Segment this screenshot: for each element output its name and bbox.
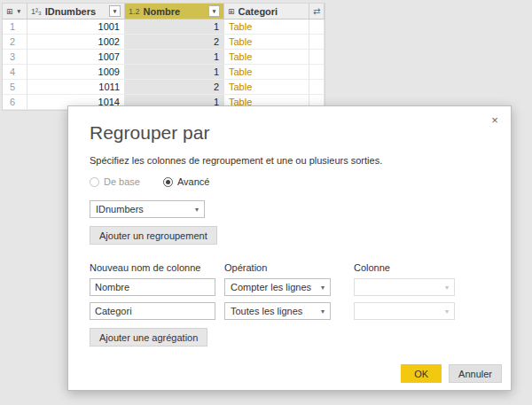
- table-link[interactable]: Table: [224, 35, 309, 50]
- column-header-categori[interactable]: ⊞ Categori: [224, 4, 309, 19]
- dialog-title: Regrouper par: [90, 122, 489, 144]
- column-dropdown-2: ▾: [354, 302, 455, 320]
- cell-idnumbers[interactable]: 1009: [27, 65, 125, 80]
- column-dropdown-1: ▾: [354, 278, 455, 296]
- column-name: IDnumbers: [45, 6, 96, 17]
- filter-dropdown-button[interactable]: ▾: [208, 5, 220, 17]
- data-preview-table: ⊞ ▾ 1²₃ IDnumbers ▾ 1.2 Nombre ▾ ⊞ Categ…: [2, 3, 325, 111]
- close-icon[interactable]: ×: [488, 113, 502, 128]
- table-icon: ⊞: [6, 7, 13, 16]
- table-row: 2 1002 2 Table: [3, 35, 325, 50]
- dropdown-value: Compter les lignes: [231, 282, 311, 292]
- operation-dropdown-2[interactable]: Toutes les lignes ▾: [224, 302, 331, 320]
- column-name: Categori: [239, 6, 278, 17]
- radio-label: De base: [104, 176, 140, 187]
- row-number: 6: [3, 95, 27, 110]
- dropdown-value: IDnumbers: [96, 204, 144, 214]
- radio-label: Avancé: [177, 176, 210, 187]
- chevron-down-icon: ▾: [113, 8, 117, 14]
- cell-nombre[interactable]: 2: [125, 35, 224, 50]
- cell-idnumbers[interactable]: 1007: [27, 50, 125, 65]
- dialog-subtitle: Spécifiez les colonnes de regroupement e…: [90, 155, 489, 166]
- label-new-column-name: Nouveau nom de colonne: [90, 262, 215, 273]
- radio-de-base[interactable]: De base: [90, 176, 140, 187]
- radio-icon-selected: [163, 177, 173, 187]
- add-aggregation-button[interactable]: Ajouter une agrégation: [90, 328, 207, 347]
- aggregation-row: Toutes les lignes ▾ ▾: [90, 302, 489, 320]
- table-row: 3 1007 1 Table: [3, 50, 325, 65]
- cell-nombre[interactable]: 1: [125, 65, 224, 80]
- column-name: Nombre: [144, 6, 181, 17]
- chevron-down-icon: ▾: [195, 206, 199, 214]
- table-row: 1 1001 1 Table: [3, 19, 325, 35]
- table-link[interactable]: Table: [224, 19, 309, 35]
- label-column: Colonne: [354, 262, 455, 273]
- select-all-columns-button[interactable]: ⊞ ▾: [3, 4, 27, 19]
- cell-idnumbers[interactable]: 1011: [27, 80, 125, 95]
- decimal-type-icon: 1.2: [129, 7, 140, 16]
- radio-avance[interactable]: Avancé: [163, 176, 210, 187]
- table-link[interactable]: Table: [224, 65, 309, 80]
- expand-table-column-button[interactable]: ⇄: [309, 4, 325, 19]
- cell-expand: [309, 35, 325, 50]
- cell-expand: [309, 50, 325, 65]
- row-number: 3: [3, 50, 27, 65]
- expand-column-icon: ⇄: [313, 6, 320, 16]
- table-row: 5 1011 2 Table: [3, 80, 325, 95]
- row-number: 5: [3, 80, 27, 95]
- table-header-row: ⊞ ▾ 1²₃ IDnumbers ▾ 1.2 Nombre ▾ ⊞ Categ…: [3, 4, 325, 19]
- aggregation-row: Compter les lignes ▾ ▾: [90, 278, 489, 296]
- table-link[interactable]: Table: [224, 80, 309, 95]
- cancel-button[interactable]: Annuler: [449, 364, 502, 383]
- add-grouping-button[interactable]: Ajouter un regroupement: [90, 226, 217, 245]
- table-link[interactable]: Table: [224, 50, 309, 65]
- cell-idnumbers[interactable]: 1001: [27, 19, 125, 35]
- operation-dropdown-1[interactable]: Compter les lignes ▾: [224, 278, 331, 296]
- chevron-down-icon: ▾: [18, 8, 21, 15]
- row-number: 4: [3, 65, 27, 80]
- chevron-down-icon: ▾: [321, 284, 325, 292]
- chevron-down-icon: ▾: [445, 284, 449, 292]
- filter-dropdown-button[interactable]: ▾: [109, 5, 121, 17]
- ok-button[interactable]: OK: [401, 364, 442, 383]
- chevron-down-icon: ▾: [213, 8, 216, 14]
- cell-nombre[interactable]: 2: [125, 80, 224, 95]
- cell-nombre[interactable]: 1: [125, 50, 224, 65]
- table-row: 4 1009 1 Table: [3, 65, 325, 80]
- radio-icon: [90, 177, 99, 187]
- cell-expand: [309, 19, 325, 35]
- whole-number-type-icon: 1²₃: [31, 7, 42, 16]
- aggregation-name-input-2[interactable]: [90, 302, 215, 320]
- aggregation-column-labels: Nouveau nom de colonne Opération Colonne: [90, 262, 489, 273]
- cell-expand: [309, 65, 325, 80]
- column-header-idnumbers[interactable]: 1²₃ IDnumbers ▾: [27, 4, 125, 19]
- row-number: 2: [3, 35, 27, 50]
- mode-radio-group: De base Avancé: [90, 176, 489, 187]
- cell-nombre[interactable]: 1: [125, 19, 224, 35]
- chevron-down-icon: ▾: [445, 308, 449, 315]
- aggregation-name-input-1[interactable]: [90, 278, 215, 296]
- label-operation: Opération: [224, 262, 331, 273]
- group-by-dialog: × Regrouper par Spécifiez les colonnes d…: [67, 105, 512, 391]
- dialog-footer: OK Annuler: [401, 364, 502, 383]
- table-type-icon: ⊞: [228, 7, 235, 16]
- cell-expand: [309, 80, 325, 95]
- column-header-nombre[interactable]: 1.2 Nombre ▾: [125, 4, 224, 19]
- group-column-dropdown[interactable]: IDnumbers ▾: [90, 200, 205, 218]
- dropdown-value: Toutes les lignes: [231, 306, 302, 316]
- cell-idnumbers[interactable]: 1002: [27, 35, 125, 50]
- row-number: 1: [3, 19, 27, 35]
- chevron-down-icon: ▾: [321, 308, 325, 315]
